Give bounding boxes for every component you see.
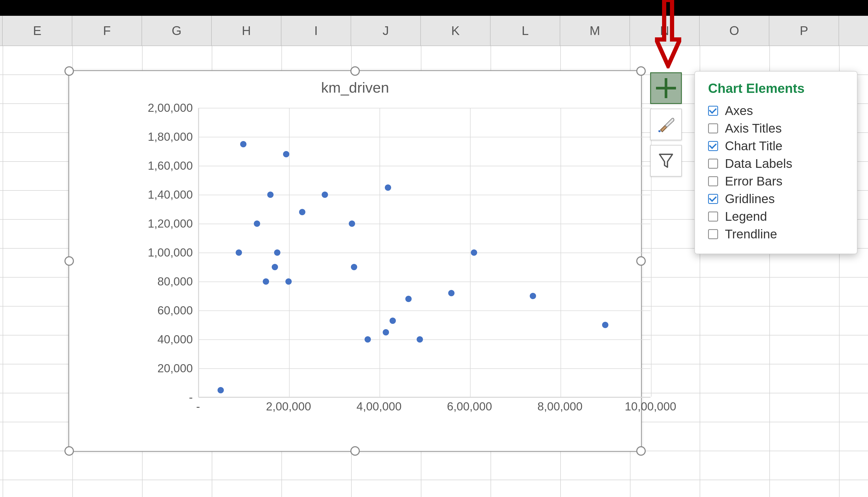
- flyout-title: Chart Elements: [708, 81, 847, 96]
- option-label: Gridlines: [725, 191, 775, 206]
- x-axis-tick-label: 2,00,000: [266, 400, 311, 413]
- column-header[interactable]: F: [72, 16, 142, 45]
- chart-side-buttons: [650, 72, 682, 176]
- checkbox[interactable]: [708, 229, 718, 239]
- checkbox[interactable]: [708, 212, 718, 222]
- column-header[interactable]: P: [769, 16, 839, 45]
- resize-handle[interactable]: [636, 446, 646, 456]
- y-axis-tick-label: 1,60,000: [143, 159, 193, 172]
- chart-elements-option[interactable]: Axes: [708, 103, 847, 118]
- column-header[interactable]: I: [281, 16, 351, 45]
- option-label: Error Bars: [725, 174, 782, 188]
- chart-styles-button[interactable]: [650, 109, 682, 140]
- data-point[interactable]: [267, 191, 274, 198]
- plot-background: [198, 108, 650, 397]
- y-axis-tick-label: 1,20,000: [143, 217, 193, 230]
- chart-elements-option[interactable]: Trendline: [708, 227, 847, 241]
- column-headers: EFGHIJKLMNOP: [0, 16, 868, 46]
- x-axis-tick-label: 10,00,000: [625, 400, 676, 413]
- chart-elements-option[interactable]: Data Labels: [708, 156, 847, 171]
- y-axis-tick-label: 60,000: [143, 304, 193, 317]
- y-axis-tick-label: 80,000: [143, 275, 193, 288]
- data-point[interactable]: [236, 250, 242, 256]
- resize-handle[interactable]: [636, 66, 646, 76]
- resize-handle[interactable]: [64, 256, 74, 266]
- data-point[interactable]: [263, 278, 269, 285]
- chart-elements-option[interactable]: Legend: [708, 209, 847, 224]
- resize-handle[interactable]: [64, 446, 74, 456]
- checkbox[interactable]: [708, 106, 718, 116]
- x-axis-tick-label: 4,00,000: [357, 400, 401, 413]
- data-point[interactable]: [254, 221, 260, 227]
- data-point[interactable]: [272, 264, 278, 270]
- checkbox[interactable]: [708, 194, 718, 204]
- option-label: Data Labels: [725, 156, 792, 171]
- funnel-icon: [657, 152, 675, 170]
- data-point[interactable]: [385, 184, 391, 191]
- data-point[interactable]: [383, 329, 389, 336]
- option-label: Axis Titles: [725, 121, 782, 136]
- chart-elements-option[interactable]: Axis Titles: [708, 121, 847, 136]
- brush-icon: [657, 115, 675, 134]
- y-axis-tick-label: 1,00,000: [143, 246, 193, 259]
- data-point[interactable]: [240, 141, 246, 147]
- resize-handle[interactable]: [350, 66, 360, 76]
- column-header[interactable]: G: [142, 16, 212, 45]
- data-point[interactable]: [322, 191, 328, 198]
- data-point[interactable]: [274, 250, 280, 256]
- option-label: Axes: [725, 103, 753, 118]
- chart-elements-flyout: Chart Elements AxesAxis TitlesChart Titl…: [694, 71, 857, 254]
- data-point[interactable]: [602, 322, 608, 328]
- data-point[interactable]: [283, 151, 289, 157]
- option-label: Trendline: [725, 227, 777, 241]
- plus-icon: [656, 87, 676, 89]
- option-label: Legend: [725, 209, 767, 224]
- resize-handle[interactable]: [636, 256, 646, 266]
- chart-filter-button[interactable]: [650, 145, 682, 176]
- column-header[interactable]: O: [700, 16, 769, 45]
- chart-title[interactable]: km_driven: [69, 79, 641, 96]
- data-point[interactable]: [351, 264, 357, 270]
- chart-elements-option[interactable]: Error Bars: [708, 174, 847, 188]
- y-axis-tick-label: 20,000: [143, 362, 193, 375]
- checkbox[interactable]: [708, 159, 718, 169]
- chart-elements-option[interactable]: Chart Title: [708, 139, 847, 153]
- resize-handle[interactable]: [350, 446, 360, 456]
- data-point[interactable]: [285, 278, 292, 285]
- plot-area[interactable]: -20,00040,00060,00080,0001,00,0001,20,00…: [143, 108, 637, 405]
- resize-handle[interactable]: [64, 66, 74, 76]
- data-point[interactable]: [448, 290, 454, 296]
- data-point[interactable]: [390, 317, 396, 324]
- x-axis-tick-label: 8,00,000: [537, 400, 582, 413]
- y-axis-tick-label: 1,80,000: [143, 130, 193, 143]
- data-point[interactable]: [218, 387, 224, 393]
- chart-elements-option[interactable]: Gridlines: [708, 191, 847, 206]
- column-header[interactable]: L: [491, 16, 560, 45]
- embedded-chart[interactable]: km_driven -20,00040,00060,00080,0001,00,…: [68, 70, 642, 452]
- column-header[interactable]: M: [560, 16, 630, 45]
- checkbox[interactable]: [708, 123, 718, 133]
- y-axis-tick-label: -: [143, 391, 193, 404]
- checkbox[interactable]: [708, 176, 718, 186]
- column-header[interactable]: E: [3, 16, 72, 45]
- data-point[interactable]: [417, 336, 423, 343]
- column-header[interactable]: J: [351, 16, 421, 45]
- column-header[interactable]: H: [212, 16, 281, 45]
- y-axis-tick-label: 1,40,000: [143, 188, 193, 201]
- column-header[interactable]: K: [421, 16, 491, 45]
- chart-elements-button[interactable]: [650, 72, 682, 104]
- option-label: Chart Title: [725, 139, 782, 153]
- checkbox[interactable]: [708, 141, 718, 151]
- data-point[interactable]: [405, 296, 411, 302]
- x-axis-tick-label: -: [196, 400, 200, 413]
- x-axis-tick-label: 6,00,000: [447, 400, 492, 413]
- column-header[interactable]: N: [630, 16, 700, 45]
- data-point[interactable]: [364, 336, 371, 343]
- data-point[interactable]: [471, 250, 477, 256]
- window-top-bar: [0, 0, 868, 16]
- y-axis-tick-label: 40,000: [143, 333, 193, 346]
- data-point[interactable]: [530, 293, 536, 299]
- y-axis-tick-label: 2,00,000: [143, 101, 193, 114]
- data-point[interactable]: [299, 209, 305, 215]
- data-point[interactable]: [349, 221, 355, 227]
